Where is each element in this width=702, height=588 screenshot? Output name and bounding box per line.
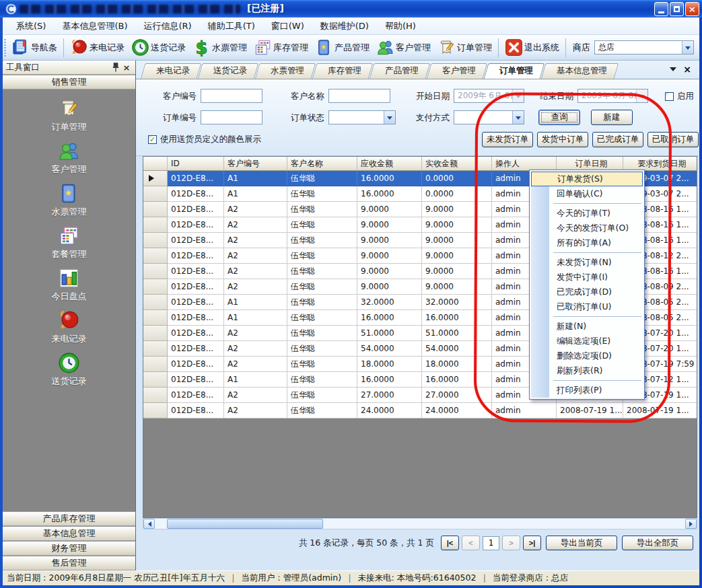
tab-水票管理[interactable]: 水票管理	[257, 63, 314, 79]
grid-column-header[interactable]: 客户编号	[224, 157, 287, 171]
sidebar-item[interactable]: 套餐管理	[3, 222, 135, 264]
maximize-button[interactable]	[670, 2, 684, 16]
toolbar-button[interactable]: 订单管理	[434, 36, 495, 59]
row-selector[interactable]	[143, 295, 168, 310]
scroll-left-button[interactable]	[143, 519, 155, 529]
sidebar-item[interactable]: 今日盘点	[3, 264, 135, 307]
context-menu-item[interactable]: 打印列表(P)	[531, 383, 643, 398]
row-selector[interactable]	[143, 310, 168, 326]
tab-库存管理[interactable]: 库存管理	[314, 63, 371, 79]
customer-name-input[interactable]	[328, 89, 390, 103]
sidebar-item[interactable]: 订单管理	[3, 95, 135, 137]
pin-icon[interactable]	[110, 62, 121, 73]
context-menu-item[interactable]: 删除选定项(D)	[531, 348, 643, 363]
order-status-filter-button[interactable]: 未发货订单	[482, 132, 533, 147]
context-menu-item[interactable]: 已取消订单(U)	[531, 299, 643, 314]
row-selector[interactable]	[143, 341, 168, 357]
row-selector[interactable]	[143, 388, 168, 403]
toolbar-button[interactable]: 送货记录	[128, 36, 189, 59]
sidebar-item[interactable]: 水票管理	[3, 180, 135, 222]
grid-column-header[interactable]: 要求到货日期	[623, 157, 697, 171]
context-menu-item[interactable]: 回单确认(C)	[531, 186, 643, 201]
sidebar-item[interactable]: 来电记录	[3, 307, 135, 349]
end-date-picker[interactable]: 2009年 6月 8日	[577, 89, 648, 103]
customer-no-input[interactable]	[201, 89, 262, 103]
context-menu-item[interactable]: 今天的发货订单(O)	[531, 221, 643, 235]
grid-column-header[interactable]: 客户名称	[287, 157, 357, 171]
tool-window-close-icon[interactable]: ×	[121, 62, 132, 73]
row-selector[interactable]	[143, 186, 168, 202]
menubar-item[interactable]: 运行信息(R)	[135, 17, 199, 35]
context-menu-item[interactable]: 订单发货(S)	[531, 172, 643, 186]
tab-close-icon[interactable]: ×	[683, 65, 691, 74]
last-page-button[interactable]: >|	[523, 536, 541, 550]
context-menu-item[interactable]: 今天的订单(T)	[531, 206, 643, 221]
row-selector[interactable]	[143, 233, 168, 248]
menubar-item[interactable]: 窗口(W)	[263, 17, 312, 35]
combo-arrow-icon[interactable]	[682, 41, 693, 54]
scrollbar-thumb[interactable]	[167, 519, 323, 529]
tab-送货记录[interactable]: 送货记录	[200, 63, 256, 79]
tab-来电记录[interactable]: 来电记录	[143, 63, 199, 79]
order-status-filter-button[interactable]: 已取消订单	[647, 132, 699, 147]
context-menu-item[interactable]: 新建(N)	[531, 319, 643, 334]
order-status-combo[interactable]	[328, 110, 396, 124]
toolbar-button[interactable]: 来电记录	[67, 36, 128, 59]
toolbar-button[interactable]: 客户管理	[373, 36, 434, 59]
tab-客户管理[interactable]: 客户管理	[429, 63, 485, 79]
context-menu-item[interactable]: 刷新列表(R)	[531, 363, 643, 378]
row-selector[interactable]	[143, 279, 168, 295]
menubar-item[interactable]: 系统(S)	[8, 17, 54, 35]
row-selector[interactable]	[143, 357, 168, 372]
table-row[interactable]: 012D-E8...A2伍华聪24.000024.0000admin2008-0…	[143, 403, 697, 418]
tab-基本信息管理[interactable]: 基本信息管理	[543, 63, 617, 79]
sidebar-item[interactable]: 送货记录	[3, 349, 135, 392]
order-no-input[interactable]	[201, 110, 262, 124]
shop-combo[interactable]: 总店	[594, 40, 694, 54]
tab-订单管理[interactable]: 订单管理	[486, 63, 542, 79]
export-all-pages-button[interactable]: 导出全部页	[622, 536, 693, 550]
row-selector[interactable]	[143, 171, 168, 186]
toolbar-button[interactable]: $水票管理	[189, 36, 250, 59]
tab-list-dropdown-icon[interactable]	[670, 67, 676, 75]
toolbar-grip[interactable]	[4, 39, 6, 57]
page-number-input[interactable]	[483, 536, 499, 550]
sidebar-item[interactable]: 客户管理	[3, 137, 135, 180]
grid-column-header[interactable]: 操作人	[492, 157, 557, 171]
row-selector[interactable]	[143, 372, 168, 388]
context-menu-item[interactable]: 发货中订单(I)	[531, 270, 643, 285]
context-menu-item[interactable]: 所有的订单(A)	[531, 235, 643, 250]
context-menu-item[interactable]: 未发货订单(N)	[531, 255, 643, 270]
sidebar-group-button[interactable]: 财务管理	[3, 541, 135, 556]
minimize-button[interactable]	[654, 2, 668, 16]
order-status-filter-button[interactable]: 发货中订单	[537, 132, 588, 147]
row-selector[interactable]	[143, 264, 168, 279]
sidebar-group-button[interactable]: 产品库存管理	[3, 511, 135, 526]
tab-产品管理[interactable]: 产品管理	[372, 63, 428, 79]
grid-column-header[interactable]: 订单日期	[557, 157, 623, 171]
combo-arrow-icon[interactable]	[512, 111, 524, 124]
row-selector[interactable]	[143, 217, 168, 233]
close-button[interactable]: ×	[685, 2, 699, 16]
pay-method-combo[interactable]	[454, 110, 524, 124]
toolbar-button[interactable]: 退出系统	[501, 36, 563, 59]
toolbar-button[interactable]: 产品管理	[312, 36, 373, 59]
grid-column-header[interactable]: 实收金额	[422, 157, 492, 171]
next-page-button[interactable]: >	[502, 536, 520, 550]
menubar-item[interactable]: 辅助工具(T)	[200, 17, 263, 35]
prev-page-button[interactable]: <	[462, 536, 480, 550]
first-page-button[interactable]: |<	[441, 536, 459, 550]
row-selector[interactable]	[143, 403, 168, 418]
row-selector[interactable]	[143, 326, 168, 341]
menubar-item[interactable]: 基本信息管理(B)	[54, 17, 135, 35]
sidebar-group-button[interactable]: 基本信息管理	[3, 526, 135, 541]
menubar-item[interactable]: 数据维护(D)	[312, 17, 377, 35]
start-date-picker[interactable]: 2009年 6月 8日	[454, 89, 524, 103]
color-display-checkbox[interactable]: ✓	[148, 135, 157, 144]
grid-column-header[interactable]: ID	[168, 157, 224, 171]
sidebar-group-button[interactable]: 售后管理	[3, 556, 135, 571]
sidebar-group-sales[interactable]: 销售管理	[3, 75, 135, 89]
menubar-item[interactable]: 帮助(H)	[377, 17, 424, 35]
horizontal-scrollbar[interactable]	[143, 518, 697, 529]
row-selector[interactable]	[143, 202, 168, 217]
